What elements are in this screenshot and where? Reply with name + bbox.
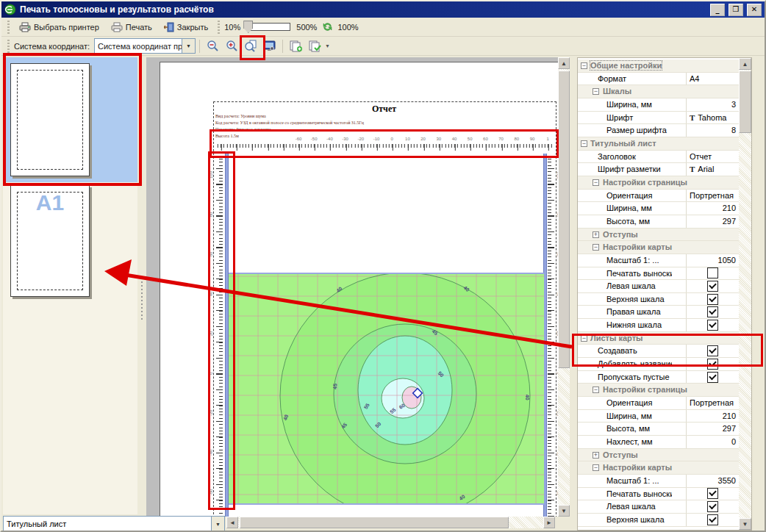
prop-section-header[interactable]: −Шкалы	[578, 85, 739, 98]
prop-value[interactable]: 3550	[686, 475, 739, 487]
prop-row[interactable]: Высота, мм297	[578, 423, 739, 436]
thumbnail-sheet-a1[interactable]: A1	[3, 182, 137, 307]
prop-value[interactable]: A4	[686, 73, 739, 85]
maximize-button[interactable]: ❒	[729, 4, 743, 16]
checkbox-checked[interactable]	[707, 514, 718, 525]
prop-row[interactable]: Добавлять название ст	[578, 358, 739, 371]
prop-value[interactable]: Портретная	[686, 190, 739, 202]
checkbox-checked[interactable]	[707, 294, 718, 305]
add-sheet-button[interactable]	[287, 38, 304, 54]
select-printer-button[interactable]: Выбрать принтер	[14, 20, 104, 35]
prop-row[interactable]: ОриентацияПортретная	[578, 397, 739, 410]
collapse-icon[interactable]: −	[593, 88, 599, 95]
toolbar-grip[interactable]	[218, 21, 220, 34]
checkbox-checked[interactable]	[707, 372, 718, 383]
prop-row[interactable]: Размер шрифта8	[578, 124, 739, 137]
prop-section-header[interactable]: +Отступы	[578, 229, 739, 242]
prop-row[interactable]: ЗаголовокОтчет	[578, 151, 739, 164]
panel-splitter[interactable]	[137, 57, 146, 514]
scroll-up-icon[interactable]: ▲	[739, 58, 751, 70]
sheet-selector[interactable]: Титульный лист ▼	[3, 516, 225, 532]
collapse-icon[interactable]: −	[593, 244, 599, 251]
minimize-button[interactable]: _	[710, 4, 725, 16]
collapse-icon[interactable]: −	[593, 179, 599, 186]
checkbox-checked[interactable]	[707, 345, 718, 356]
prop-row[interactable]: Печатать выноски	[578, 488, 739, 501]
checkbox-checked[interactable]	[707, 306, 718, 317]
prop-value[interactable]: 210	[686, 410, 739, 423]
prop-value[interactable]: 0	[686, 436, 739, 448]
print-button[interactable]: Печать	[106, 20, 157, 35]
prop-section-header[interactable]: −Настройки страницы	[578, 384, 739, 397]
prop-value[interactable]: 210	[686, 202, 739, 215]
chevron-down-icon[interactable]: ▼	[182, 39, 195, 53]
refresh-zoom-button[interactable]	[318, 19, 336, 35]
thumbnail-title-page[interactable]	[3, 57, 137, 182]
scroll-up-icon[interactable]: ▲	[558, 57, 570, 69]
checkbox-checked[interactable]	[707, 488, 718, 499]
prop-row[interactable]: Нижняя шкала	[578, 319, 739, 332]
preview-vscrollbar-thumb[interactable]	[558, 71, 570, 368]
checkbox-checked[interactable]	[707, 320, 718, 331]
prop-row[interactable]: ШрифтTTahoma	[578, 112, 739, 125]
coord-system-select[interactable]: Система координат прое ▼	[94, 38, 196, 54]
prop-value[interactable]: 297	[686, 215, 739, 228]
scroll-down-icon[interactable]: ▼	[558, 505, 570, 517]
zoom-in-button[interactable]	[223, 38, 240, 54]
close-preview-button[interactable]: Закрыть	[159, 20, 213, 35]
collapse-icon[interactable]: −	[581, 62, 587, 69]
prop-row[interactable]: ФорматA4	[578, 73, 739, 86]
prop-section-header[interactable]: −Титульный лист	[578, 137, 739, 151]
scroll-left-icon[interactable]: ◄	[226, 517, 238, 528]
prop-row[interactable]: Масштаб 1: ...1050	[578, 254, 739, 267]
collapse-icon[interactable]: −	[593, 464, 599, 471]
prop-row[interactable]: Нахлест, мм0	[578, 436, 739, 449]
checkbox-checked[interactable]	[707, 281, 718, 292]
prop-section-header[interactable]: −Настройки карты	[578, 241, 739, 254]
chevron-down-icon[interactable]: ▼	[211, 517, 224, 531]
prop-section-header[interactable]: +Отступы	[578, 449, 739, 462]
prop-row[interactable]: Создавать	[578, 345, 739, 358]
chevron-down-icon[interactable]: ▼	[325, 43, 330, 48]
check-sheet-button[interactable]	[306, 38, 323, 54]
prop-row[interactable]: Верхняя шкала	[578, 514, 739, 527]
zoom-slider-thumb[interactable]	[243, 21, 253, 33]
prop-row[interactable]: Шрифт разметкиTArial	[578, 163, 739, 176]
prop-section-header[interactable]: −Настройки страницы	[578, 176, 739, 190]
prop-section-header[interactable]: −Общие настройки	[578, 60, 739, 73]
prop-row[interactable]: Правая шкала	[578, 306, 739, 319]
properties-vscrollbar-thumb[interactable]	[739, 71, 751, 133]
prop-value[interactable]: 297	[686, 423, 739, 435]
prop-value[interactable]: Портретная	[686, 397, 739, 409]
fit-screen-button[interactable]	[261, 38, 279, 54]
prop-row[interactable]: ОриентацияПортретная	[578, 190, 739, 203]
zoom-page-button[interactable]	[242, 38, 259, 54]
preview-hscrollbar-thumb[interactable]	[240, 517, 509, 528]
prop-row[interactable]: Печатать выноски	[578, 267, 739, 281]
prop-section-header[interactable]: −Листы карты	[578, 332, 739, 345]
scroll-right-icon[interactable]: ►	[543, 517, 555, 528]
prop-row[interactable]: Высота, мм297	[578, 215, 739, 229]
checkbox-unchecked[interactable]	[707, 267, 718, 278]
prop-row[interactable]: Ширина, мм3	[578, 98, 739, 112]
collapse-icon[interactable]: −	[593, 387, 599, 393]
checkbox-checked[interactable]	[707, 501, 718, 512]
close-button[interactable]: ✕	[747, 4, 762, 16]
prop-row[interactable]: Пропускать пустые	[578, 371, 739, 384]
prop-value[interactable]: Отчет	[686, 151, 739, 163]
expand-icon[interactable]: +	[593, 231, 599, 238]
collapse-icon[interactable]: −	[581, 335, 587, 342]
prop-row[interactable]: Левая шкала	[578, 500, 739, 514]
collapse-icon[interactable]: −	[581, 140, 587, 147]
expand-icon[interactable]: +	[593, 452, 599, 459]
scroll-down-icon[interactable]: ▼	[739, 518, 751, 530]
prop-section-header[interactable]: −Настройки карты	[578, 461, 739, 475]
prop-row[interactable]: Ширина, мм210	[578, 202, 739, 215]
toolbar-grip[interactable]	[7, 21, 10, 34]
zoom-out-button[interactable]	[204, 38, 221, 54]
prop-row[interactable]: Ширина, мм210	[578, 410, 739, 423]
zoom-slider[interactable]	[246, 23, 290, 31]
prop-value[interactable]: 3	[686, 98, 739, 111]
prop-row[interactable]: Верхняя шкала	[578, 293, 739, 306]
checkbox-checked[interactable]	[707, 359, 718, 370]
